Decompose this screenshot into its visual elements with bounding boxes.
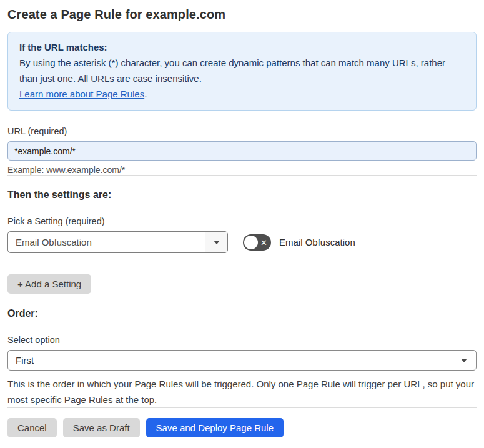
- learn-more-link[interactable]: Learn more about Page Rules: [19, 89, 144, 99]
- setting-select[interactable]: Email Obfuscation: [7, 231, 228, 253]
- cancel-button[interactable]: Cancel: [7, 418, 57, 437]
- order-select-label: Select option: [7, 335, 477, 345]
- pick-setting-label: Pick a Setting (required): [7, 216, 477, 226]
- info-box-heading: If the URL matches:: [19, 39, 465, 55]
- toggle-label: Email Obfuscation: [279, 237, 355, 247]
- url-input[interactable]: [7, 141, 477, 161]
- save-as-draft-button[interactable]: Save as Draft: [63, 418, 140, 437]
- chevron-down-icon: [461, 359, 467, 362]
- chevron-down-icon: [214, 241, 220, 244]
- setting-row: Email Obfuscation ✕ Email Obfuscation: [7, 231, 477, 253]
- create-page-rule-form: Create a Page Rule for example.com If th…: [0, 0, 484, 448]
- info-box-body: By using the asterisk (*) character, you…: [19, 55, 465, 86]
- order-section-heading: Order:: [7, 308, 477, 319]
- page-title: Create a Page Rule for example.com: [7, 7, 477, 22]
- add-setting-button[interactable]: + Add a Setting: [7, 274, 91, 294]
- footer-actions: Cancel Save as Draft Save and Deploy Pag…: [7, 418, 477, 437]
- divider: [7, 294, 477, 294]
- divider: [7, 407, 477, 408]
- info-link-suffix: .: [144, 89, 147, 99]
- email-obfuscation-toggle[interactable]: ✕: [243, 234, 271, 251]
- url-example-helper: Example: www.example.com/*: [7, 165, 477, 175]
- divider: [7, 175, 477, 176]
- url-matches-info-box: If the URL matches: By using the asteris…: [7, 32, 477, 111]
- order-helper-text: This is the order in which your Page Rul…: [7, 376, 477, 407]
- email-obfuscation-toggle-group: ✕ Email Obfuscation: [243, 234, 355, 251]
- settings-section-heading: Then the settings are:: [7, 189, 477, 201]
- info-box-link-line: Learn more about Page Rules.: [19, 86, 465, 102]
- order-select[interactable]: First: [7, 350, 477, 371]
- setting-select-value: Email Obfuscation: [8, 232, 205, 252]
- toggle-knob: [244, 236, 258, 249]
- order-select-value: First: [16, 355, 34, 366]
- toggle-off-x-icon: ✕: [260, 238, 267, 246]
- url-field-label: URL (required): [7, 126, 477, 136]
- save-and-deploy-button[interactable]: Save and Deploy Page Rule: [146, 418, 284, 437]
- setting-select-arrow-button[interactable]: [205, 232, 227, 252]
